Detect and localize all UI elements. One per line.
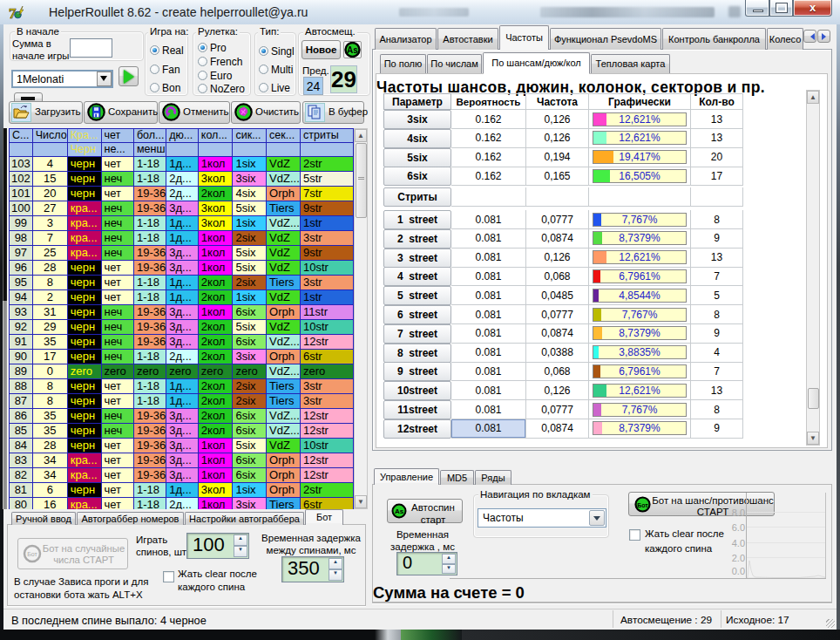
svg-text:Бот: Бот <box>637 502 648 508</box>
svg-text:As: As <box>347 45 358 55</box>
svg-text:As: As <box>395 507 404 515</box>
svg-text:Бот: Бот <box>27 551 37 557</box>
